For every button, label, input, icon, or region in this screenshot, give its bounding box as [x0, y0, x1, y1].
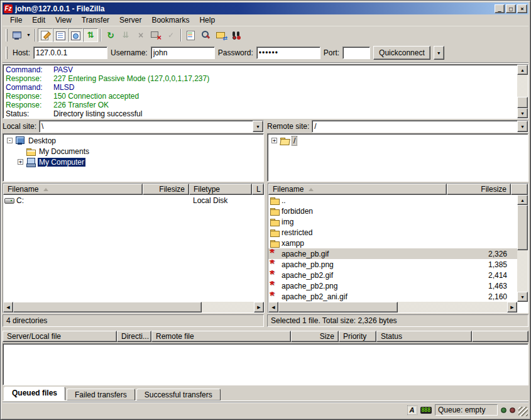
column-header-remote-file[interactable]: Remote file	[151, 331, 291, 342]
filelist-filter-button[interactable]	[183, 28, 199, 42]
tree-item[interactable]: -Desktop	[3, 135, 263, 146]
column-header-status[interactable]: Status	[376, 331, 472, 342]
speed-limit-icon[interactable]: 888	[420, 407, 432, 414]
column-header-filesize[interactable]: Filesize	[143, 184, 189, 195]
site-manager-dropdown-button[interactable]: ▼	[25, 28, 33, 42]
folder-icon	[270, 228, 280, 237]
file-row[interactable]: apache_pb2.png1,463	[268, 280, 517, 291]
cancel-operation-button[interactable]	[133, 28, 148, 42]
synchronized-browsing-button[interactable]	[214, 28, 229, 42]
find-files-button[interactable]	[229, 28, 244, 42]
toggle-local-tree-button[interactable]	[53, 28, 68, 42]
refresh-button[interactable]	[103, 28, 118, 42]
local-site-combo[interactable]: \ ▼	[39, 120, 264, 133]
collapse-minus-icon[interactable]: -	[7, 138, 13, 143]
scroll-up-icon[interactable]: ▲	[517, 65, 528, 75]
remote-vscroll-thumb[interactable]	[517, 205, 528, 250]
tab-queued-files[interactable]: Queued files	[4, 387, 65, 401]
scroll-down-icon[interactable]: ▼	[517, 292, 528, 302]
file-row[interactable]: apache_pb2_ani.gif2,160	[268, 291, 517, 302]
disconnect-button[interactable]	[148, 28, 163, 42]
toggle-message-log-button[interactable]	[38, 28, 53, 42]
quickconnect-dropdown-button[interactable]: ▼	[434, 46, 444, 60]
scroll-up-icon[interactable]: ▲	[517, 195, 528, 205]
port-input[interactable]	[342, 47, 370, 59]
expand-plus-icon[interactable]: +	[271, 138, 277, 143]
scroll-left-icon[interactable]: ◀	[3, 302, 13, 312]
remote-hscroll-thumb[interactable]	[278, 302, 398, 312]
toggle-remote-tree-button[interactable]	[68, 28, 83, 42]
expand-plus-icon[interactable]: +	[18, 159, 23, 165]
close-button[interactable]: ×	[517, 4, 527, 13]
menu-file[interactable]: File	[5, 14, 27, 26]
toggle-transfer-queue-button[interactable]	[83, 28, 98, 42]
log-vertical-scrollbar[interactable]: ▲ ▼	[517, 65, 528, 118]
tab-failed-transfers[interactable]: Failed transfers	[67, 389, 135, 401]
scroll-right-icon[interactable]: ▶	[507, 302, 517, 312]
scroll-left-icon[interactable]: ◀	[268, 302, 278, 312]
column-header-filename[interactable]: Filename	[268, 184, 447, 195]
menu-help[interactable]: Help	[194, 14, 220, 26]
host-input[interactable]	[33, 47, 107, 59]
column-header-size[interactable]: Size	[291, 331, 339, 342]
menu-bookmarks[interactable]: Bookmarks	[146, 14, 194, 26]
site-manager-button[interactable]	[9, 28, 25, 42]
menu-edit[interactable]: Edit	[27, 14, 50, 26]
resize-grip[interactable]	[518, 407, 528, 416]
menu-server[interactable]: Server	[114, 14, 146, 26]
quickconnect-button[interactable]: Quickconnect	[373, 46, 430, 60]
scroll-right-icon[interactable]: ▶	[254, 302, 264, 312]
username-input[interactable]	[151, 47, 215, 59]
password-input[interactable]	[256, 47, 320, 59]
scroll-down-icon[interactable]: ▼	[517, 108, 528, 118]
title-bar[interactable]: Fz john@127.0.0.1 - FileZilla _ □ ×	[3, 3, 528, 14]
log-scroll-thumb[interactable]	[517, 97, 528, 108]
toolbar-grip[interactable]	[6, 47, 8, 59]
transfer-type-icon[interactable]: A	[407, 406, 417, 415]
log-prefix: Command:	[6, 65, 53, 74]
local-horizontal-scrollbar[interactable]: ◀ ▶	[3, 302, 264, 312]
menu-view[interactable]: View	[50, 14, 77, 26]
column-header-server-local-file[interactable]: Server/Local file	[3, 331, 117, 342]
file-row[interactable]: img	[268, 216, 517, 227]
file-row[interactable]: ..	[268, 195, 517, 206]
file-row[interactable]: apache_pb.gif2,326	[268, 248, 517, 259]
remote-vertical-scrollbar[interactable]: ▲ ▼	[517, 195, 528, 302]
pane-status-row: 4 directories Selected 1 file. Total siz…	[3, 314, 528, 327]
reconnect-button[interactable]	[163, 28, 178, 42]
menu-transfer[interactable]: Transfer	[77, 14, 114, 26]
file-row[interactable]: forbidden	[268, 206, 517, 216]
chevron-down-icon[interactable]: ▼	[517, 121, 528, 132]
column-header-filetype[interactable]: Filetype	[189, 184, 252, 195]
file-row[interactable]: xampp	[268, 238, 517, 248]
remote-site-combo[interactable]: / ▼	[312, 120, 528, 133]
minimize-button[interactable]: _	[495, 4, 505, 13]
column-header-l[interactable]: L	[252, 184, 264, 195]
drive-icon	[4, 196, 14, 205]
file-row[interactable]: apache_pb2.gif2,414	[268, 270, 517, 280]
local-hscroll-thumb[interactable]	[13, 302, 202, 312]
tab-successful-transfers[interactable]: Successful transfers	[136, 389, 221, 401]
process-queue-button[interactable]	[118, 28, 133, 42]
file-row[interactable]: apache_pb.png1,385	[268, 259, 517, 270]
remote-horizontal-scrollbar[interactable]: ◀ ▶	[268, 302, 517, 312]
tree-item[interactable]: +My Computer	[3, 157, 263, 167]
tree-item[interactable]: +/	[268, 135, 528, 146]
remote-site-label: Remote site:	[267, 122, 309, 131]
log-message: 227 Entering Passive Mode (127,0,0,1,17,…	[53, 74, 209, 83]
tree-item[interactable]: My Documents	[3, 146, 263, 157]
chevron-down-icon[interactable]: ▼	[253, 121, 263, 132]
local-status-text: 4 directories	[3, 314, 264, 327]
column-header-filesize[interactable]: Filesize	[447, 184, 511, 195]
column-header-filename[interactable]: Filename	[3, 184, 143, 195]
file-row[interactable]: restricted	[268, 227, 517, 238]
column-header-priority[interactable]: Priority	[339, 331, 376, 342]
file-row[interactable]: C:Local Disk	[3, 195, 264, 206]
maximize-button[interactable]: □	[506, 4, 516, 13]
compare-directories-button[interactable]	[199, 28, 214, 42]
local-site-value: \	[40, 121, 253, 132]
log-message: Directory listing successful	[53, 109, 142, 118]
image-file-icon	[270, 270, 280, 280]
column-header-directi[interactable]: Directi...	[117, 331, 151, 342]
toolbar-grip[interactable]	[6, 29, 8, 41]
